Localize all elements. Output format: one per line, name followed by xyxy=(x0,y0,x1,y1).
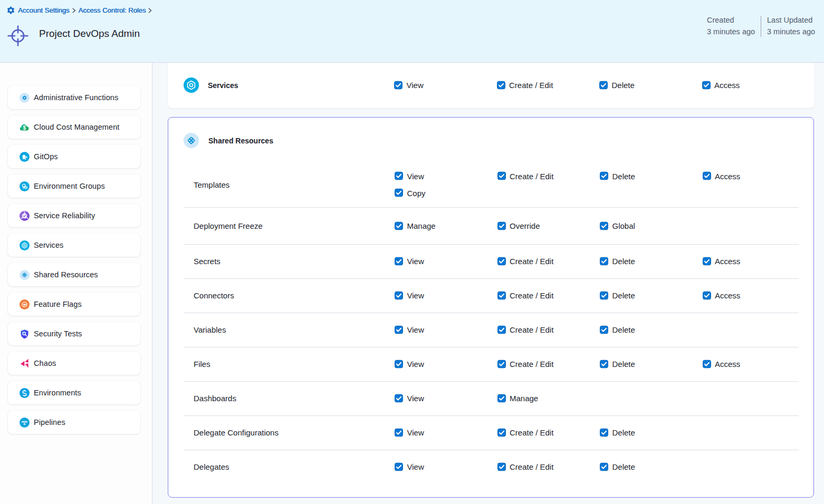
svg-text:$: $ xyxy=(23,124,26,130)
